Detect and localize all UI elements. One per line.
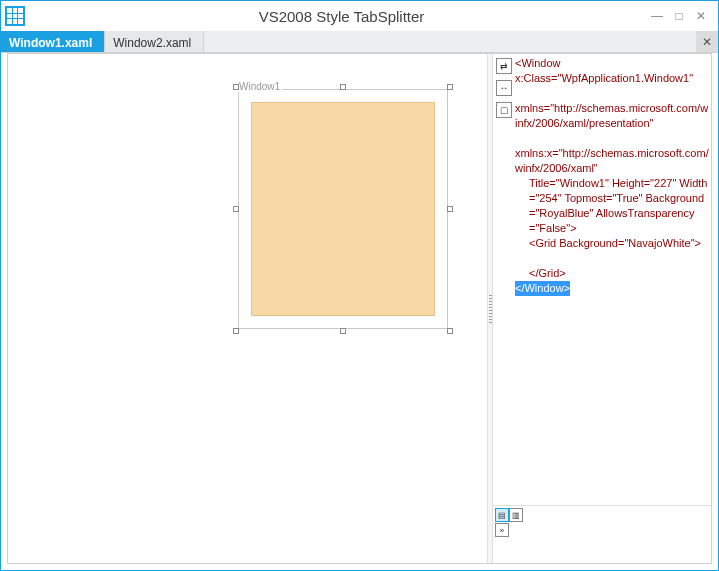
- split-horizontal-icon[interactable]: ▥: [509, 508, 523, 522]
- tab-window2-xaml[interactable]: Window2.xaml: [105, 31, 204, 52]
- code-blank: [515, 131, 709, 146]
- handle-se-icon[interactable]: [447, 328, 453, 334]
- xaml-panel: ⇄ ↔ ▢ <Window x:Class="WpfApplication1.W…: [493, 54, 711, 563]
- split-vertical-icon[interactable]: ▤: [495, 508, 509, 522]
- designer-frame[interactable]: Window1: [238, 89, 448, 329]
- view-mode-toolbar: ▤ ▥ »: [493, 505, 711, 563]
- app-grid-icon: [5, 6, 25, 26]
- tab-label: Window2.xaml: [113, 36, 191, 50]
- code-text: xmlns="http://schemas.microsoft.com/winf…: [515, 102, 708, 129]
- code-text: <Window: [515, 57, 561, 69]
- expand-pane-icon[interactable]: »: [495, 523, 509, 537]
- tab-close-button[interactable]: ✕: [696, 31, 718, 52]
- tab-label: Window1.xaml: [9, 36, 92, 50]
- code-text: <Grid Background="NavajoWhite">: [529, 237, 701, 249]
- code-text: </Grid>: [529, 267, 566, 279]
- minimize-button[interactable]: —: [650, 9, 664, 23]
- handle-sw-icon[interactable]: [233, 328, 239, 334]
- designer-element-label: Window1: [237, 81, 282, 92]
- window-controls: — □ ✕: [650, 9, 714, 23]
- collapse-icon[interactable]: ▢: [496, 102, 512, 118]
- xaml-code-view[interactable]: <Window x:Class="WpfApplication1.Window1…: [515, 54, 711, 505]
- tab-window1-xaml[interactable]: Window1.xaml: [1, 31, 105, 52]
- splitter-grip-icon: [489, 295, 492, 323]
- handle-w-icon[interactable]: [233, 206, 239, 212]
- code-blank: [515, 86, 709, 101]
- swap-panes-icon[interactable]: ⇄: [496, 58, 512, 74]
- code-text: x:Class="WpfApplication1.Window1": [515, 72, 693, 84]
- designer-grid-surface[interactable]: [251, 102, 435, 316]
- designer-pane[interactable]: Window1: [8, 54, 487, 563]
- code-blank: [515, 251, 709, 266]
- handle-s-icon[interactable]: [340, 328, 346, 334]
- code-text: xmlns:x="http://schemas.microsoft.com/wi…: [515, 147, 709, 174]
- handle-e-icon[interactable]: [447, 206, 453, 212]
- code-text-selected: </Window>: [515, 281, 570, 296]
- app-window: VS2008 Style TabSplitter — □ ✕ Window1.x…: [0, 0, 719, 571]
- handle-n-icon[interactable]: [340, 84, 346, 90]
- client-area: Window1 ⇄ ↔: [7, 53, 712, 564]
- code-text: Title="Window1" Height="227" Width="254"…: [529, 177, 707, 234]
- arrows-icon[interactable]: ↔: [496, 80, 512, 96]
- code-margin-icons: ⇄ ↔ ▢: [493, 54, 515, 505]
- titlebar[interactable]: VS2008 Style TabSplitter — □ ✕: [1, 1, 718, 31]
- window-title: VS2008 Style TabSplitter: [33, 8, 650, 25]
- handle-ne-icon[interactable]: [447, 84, 453, 90]
- close-button[interactable]: ✕: [694, 9, 708, 23]
- tabstrip: Window1.xaml Window2.xaml ✕: [1, 31, 718, 53]
- maximize-button[interactable]: □: [672, 9, 686, 23]
